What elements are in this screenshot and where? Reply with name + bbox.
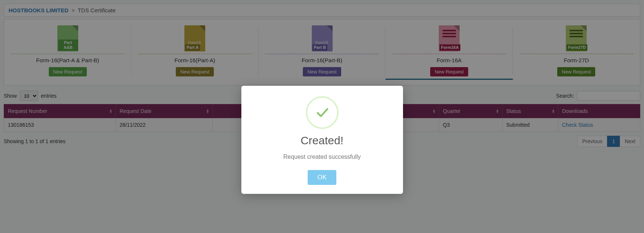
modal-message: Request created successfully — [250, 154, 394, 160]
check-icon — [314, 104, 331, 121]
success-modal: Created! Request created successfully OK — [241, 86, 403, 194]
check-circle-icon — [306, 96, 339, 129]
modal-ok-button[interactable]: OK — [308, 170, 336, 185]
modal-overlay: Created! Request created successfully OK — [0, 0, 644, 233]
modal-title: Created! — [250, 134, 394, 147]
